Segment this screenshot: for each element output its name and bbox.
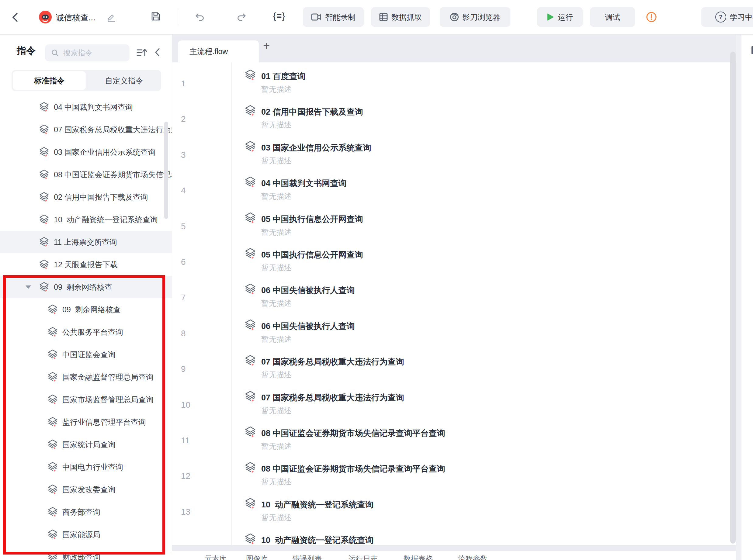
sidebar-item[interactable]: 08 中国证监会证券期货市场失信记录查询平台查询 [0, 163, 172, 186]
flow-step[interactable]: 706 中国失信被执行人查询暂无描述 [172, 276, 730, 312]
flow-step[interactable]: 907 国家税务总局税收重大违法行为查询暂无描述 [172, 348, 730, 384]
flow-canvas: 101 百度查询暂无描述202 信用中国报告下载及查询暂无描述303 国家企业信… [172, 62, 730, 545]
browser-button[interactable]: 影刀浏览器 [440, 7, 510, 27]
undo-icon[interactable] [195, 13, 205, 21]
tab-custom-instructions[interactable]: 自定义指令 [87, 70, 161, 91]
command-sidebar: 指令 标准指令 自定义指令 04 中国裁判文书网查询07 国家税务总局税收重大违… [0, 34, 172, 560]
sidebar-item[interactable]: 04 中国裁判文书网查询 [0, 96, 172, 118]
layers-icon [244, 247, 256, 260]
layers-icon [47, 372, 58, 383]
flow-step[interactable]: 605 中国执行信息公开网查询暂无描述 [172, 241, 730, 277]
layers-icon [244, 426, 256, 438]
flow-tabstrip: 主流程.flow + [172, 34, 741, 62]
sidebar-item-label: 公共服务平台查询 [62, 327, 123, 337]
sidebar-item[interactable]: 10 动产融资统一登记系统查询 [0, 208, 172, 231]
step-title: 05 中国执行信息公开网查询 [261, 249, 363, 260]
layers-icon [244, 497, 256, 510]
layers-icon [244, 69, 256, 81]
bottom-tab-2[interactable]: 图像库 [246, 555, 268, 560]
sidebar-item[interactable]: 国家市场监督管理总局查询 [0, 388, 172, 411]
layers-icon [39, 169, 49, 180]
right-panel-icon[interactable] [752, 46, 753, 54]
bottom-tab-6[interactable]: 流程参数 [458, 555, 488, 560]
sidebar-item[interactable]: 盐行业信息管理平台查询 [0, 411, 172, 433]
collapse-sidebar-icon[interactable] [155, 48, 160, 57]
sidebar-item[interactable]: 09 剩余网络核查 [0, 276, 172, 298]
add-tab-icon[interactable]: + [263, 39, 270, 52]
bottom-tab-1[interactable]: 元素库 [205, 555, 226, 560]
sidebar-item[interactable]: 公共服务平台查询 [0, 321, 172, 343]
flow-step[interactable]: 1310 动产融资统一登记系统查询暂无描述 [172, 491, 730, 526]
app-logo-icon [38, 10, 52, 24]
sidebar-item[interactable]: 03 国家企业信用公示系统查询 [0, 141, 172, 163]
redo-icon[interactable] [237, 13, 246, 21]
search-input[interactable] [63, 48, 122, 58]
flow-step[interactable]: 202 信用中国报告下载及查询暂无描述 [172, 98, 730, 134]
edit-pencil-icon[interactable] [107, 13, 116, 22]
sidebar-item[interactable]: 商务部查询 [0, 501, 172, 523]
sidebar-item[interactable]: 09 剩余网络核查 [0, 298, 172, 321]
run-label: 运行 [558, 12, 573, 22]
bottom-tab-4[interactable]: 运行日志 [349, 555, 378, 560]
flow-step[interactable]: 505 中国执行信息公开网查询暂无描述 [172, 205, 730, 241]
sidebar-item-label: 04 中国裁判文书网查询 [54, 102, 133, 112]
sidebar-item-label: 09 剩余网络核查 [54, 282, 112, 292]
layers-icon [244, 212, 256, 224]
search-box[interactable] [45, 44, 130, 61]
sidebar-item-label: 国家市场监督管理总局查询 [62, 395, 154, 405]
layers-icon [47, 484, 58, 495]
flow-step[interactable]: 303 国家企业信用公示系统查询暂无描述 [172, 134, 730, 169]
data-capture-button[interactable]: 数据抓取 [371, 7, 430, 27]
flow-scrollbar[interactable] [730, 52, 736, 544]
sidebar-item[interactable]: 02 信用中国报告下载及查询 [0, 186, 172, 208]
sidebar-item[interactable]: 财政部查询 [0, 546, 172, 560]
expand-caret-icon[interactable] [25, 285, 31, 289]
sidebar-item[interactable]: 12 天眼查报告下载 [0, 253, 172, 276]
sidebar-item[interactable]: 国家能源局 [0, 523, 172, 546]
flow-step[interactable]: 1208 中国证监会证券期货市场失信记录查询平台查询暂无描述 [172, 455, 730, 491]
sidebar-item[interactable]: 国家统计局查询 [0, 433, 172, 456]
search-icon [51, 49, 59, 57]
sidebar-item-label: 12 天眼查报告下载 [54, 260, 118, 270]
learning-center-button[interactable]: ? 学习中心 [701, 7, 753, 27]
save-icon[interactable] [151, 12, 161, 21]
layers-icon [47, 461, 58, 473]
step-number: 1 [181, 78, 202, 89]
sort-icon[interactable] [136, 48, 148, 58]
sidebar-item[interactable]: 11 上海票交所查询 [0, 231, 172, 253]
back-icon[interactable] [11, 12, 19, 22]
flow-step[interactable]: 1108 中国证监会证券期货市场失信记录查询平台查询暂无描述 [172, 419, 730, 455]
flow-step[interactable]: 404 中国裁判文书网查询暂无描述 [172, 169, 730, 205]
sidebar-item[interactable]: 中国证监会查询 [0, 343, 172, 366]
warning-icon[interactable] [646, 12, 657, 22]
tab-main-flow[interactable]: 主流程.flow [178, 40, 259, 62]
layers-icon [47, 439, 58, 450]
run-button[interactable]: 运行 [537, 7, 583, 27]
layers-icon [244, 533, 256, 545]
sidebar-item[interactable]: 国家发改委查询 [0, 478, 172, 501]
flow-step[interactable]: 1007 国家税务总局税收重大违法行为查询暂无描述 [172, 384, 730, 420]
layers-icon [244, 319, 256, 332]
debug-button[interactable]: 调试 [590, 7, 635, 27]
sidebar-item[interactable]: 国家金融监督管理总局查询 [0, 366, 172, 388]
sidebar-scrollbar[interactable] [164, 122, 168, 219]
flow-step[interactable]: 10 动产融资统一登记系统查询 [172, 526, 730, 545]
code-braces-icon[interactable]: {≡} [273, 11, 285, 21]
sidebar-item-label: 盐行业信息管理平台查询 [62, 417, 146, 427]
bottom-tab-5[interactable]: 数据表格 [403, 555, 433, 560]
sidebar-item-label: 07 国家税务总局税收重大违法行为查询 [54, 125, 172, 135]
sidebar-item[interactable]: 中国电力行业查询 [0, 456, 172, 478]
layers-icon [47, 529, 58, 540]
sidebar-item[interactable]: 07 国家税务总局税收重大违法行为查询 [0, 118, 172, 141]
tab-standard-instructions[interactable]: 标准指令 [13, 71, 86, 90]
flow-step[interactable]: 806 中国失信被执行人查询暂无描述 [172, 312, 730, 348]
layers-icon [244, 140, 256, 153]
step-description: 暂无描述 [261, 227, 292, 237]
bottom-tab-3[interactable]: 错误列表 [293, 555, 322, 560]
step-description: 暂无描述 [261, 441, 292, 451]
flow-step[interactable]: 101 百度查询暂无描述 [172, 62, 730, 98]
step-description: 暂无描述 [261, 155, 292, 166]
step-description: 暂无描述 [261, 84, 292, 94]
smart-record-button[interactable]: 智能录制 [303, 7, 364, 27]
layers-icon [47, 349, 58, 360]
